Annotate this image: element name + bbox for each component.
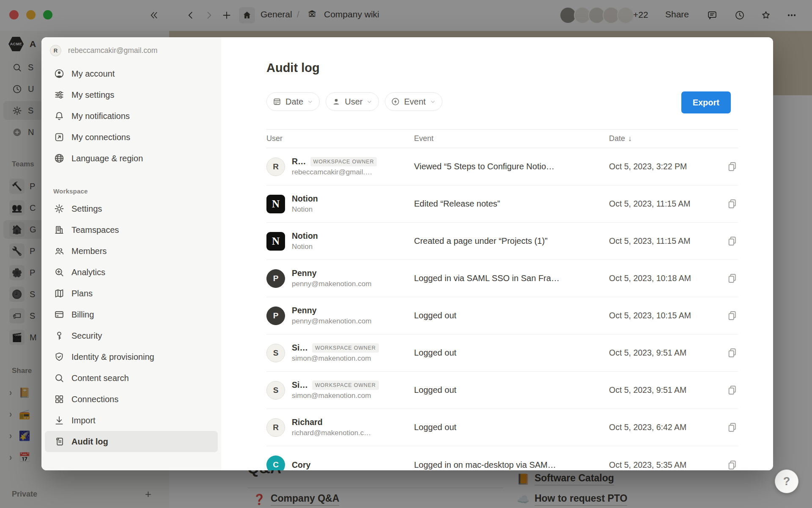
column-header-event: Event: [414, 134, 609, 143]
copy-icon[interactable]: [727, 347, 738, 359]
workspace-owner-badge: WORKSPACE OWNER: [312, 381, 379, 390]
nav-item-my-settings[interactable]: My settings: [45, 84, 218, 105]
filter-bar: Date User Event: [266, 92, 442, 111]
copy-icon[interactable]: [727, 422, 738, 433]
account-avatar: R: [50, 45, 61, 56]
sliders-icon: [53, 89, 65, 101]
chevron-down-icon: [366, 99, 373, 105]
chevron-down-icon: [430, 99, 436, 105]
audit-log-panel: Audit log Date User Event Ex: [221, 37, 773, 470]
members-people-icon: [53, 246, 65, 257]
workspace-section-label: Workspace: [53, 188, 221, 195]
nav-item-my-notifications[interactable]: My notifications: [45, 105, 218, 127]
event-filter[interactable]: Event: [385, 92, 442, 111]
building-icon: [53, 224, 65, 236]
nav-item-security[interactable]: Security: [45, 325, 218, 346]
nav-item-analytics[interactable]: Analytics: [45, 262, 218, 283]
notion-app-window: General / 🏚 Company wiki +22 Share ACME …: [0, 0, 812, 508]
nav-item-settings[interactable]: Settings: [45, 198, 218, 219]
nav-item-my-connections[interactable]: My connections: [45, 127, 218, 148]
user-icon: [332, 97, 341, 106]
magnifier-icon: [53, 373, 65, 384]
account-email-row: R rebeccamcakir@gmail.com: [50, 45, 221, 56]
notion-logo-avatar: N: [266, 232, 285, 251]
nav-item-members[interactable]: Members: [45, 240, 218, 262]
nav-item-my-account[interactable]: My account: [45, 63, 218, 84]
nav-item-teamspaces[interactable]: Teamspaces: [45, 219, 218, 240]
nav-item-audit-log[interactable]: Audit log: [45, 431, 218, 452]
column-header-user: User: [266, 134, 414, 143]
workspace-owner-badge: WORKSPACE OWNER: [310, 157, 377, 166]
table-row: S Si…WORKSPACE OWNER simon@makenotion.co…: [266, 334, 738, 372]
gear-icon: [53, 203, 65, 215]
person-circle-icon: [53, 68, 65, 80]
table-header-row: User Event Date ↓: [266, 129, 738, 148]
chevron-down-icon: [307, 99, 313, 105]
table-row: N Notion Notion Edited “Release notes” O…: [266, 185, 738, 223]
magnifier-plus-icon: [53, 267, 65, 278]
avatar: C: [266, 456, 285, 470]
user-filter[interactable]: User: [326, 92, 379, 111]
date-filter[interactable]: Date: [266, 92, 320, 111]
column-header-date[interactable]: Date ↓: [609, 134, 738, 143]
audit-log-table: User Event Date ↓ R R…WORKSPACE OWNER re…: [266, 129, 738, 470]
avatar: P: [266, 269, 285, 288]
sort-descending-icon: ↓: [628, 134, 632, 143]
settings-nav: R rebeccamcakir@gmail.com My account My …: [41, 37, 221, 470]
nav-item-content-search[interactable]: Content search: [45, 367, 218, 389]
calendar-icon: [272, 97, 282, 106]
map-icon: [53, 288, 65, 299]
arrow-up-right-box-icon: [53, 132, 65, 143]
grid-icon: [53, 394, 65, 405]
nav-item-identity-provisioning[interactable]: Identity & provisioning: [45, 346, 218, 367]
nav-item-billing[interactable]: Billing: [45, 304, 218, 325]
nav-item-plans[interactable]: Plans: [45, 283, 218, 304]
key-icon: [53, 330, 65, 342]
table-row: C Cory Logged in on mac-desktop via SAM……: [266, 446, 738, 470]
nav-item-import[interactable]: Import: [45, 410, 218, 431]
table-row: N Notion Notion Created a page under “Pr…: [266, 223, 738, 260]
account-email: rebeccamcakir@gmail.com: [68, 46, 157, 55]
avatar: S: [266, 381, 285, 400]
copy-icon[interactable]: [727, 235, 738, 247]
shield-check-icon: [53, 351, 65, 363]
avatar: S: [266, 344, 285, 362]
avatar: P: [266, 306, 285, 325]
table-row: P Penny penny@makenotion.com Logged out …: [266, 297, 738, 334]
copy-icon[interactable]: [727, 384, 738, 396]
import-arrow-down-icon: [53, 415, 65, 426]
copy-icon[interactable]: [727, 459, 738, 471]
table-row: R Richard richard@makenotion.c… Logged o…: [266, 409, 738, 446]
copy-icon[interactable]: [727, 310, 738, 321]
copy-icon[interactable]: [727, 198, 738, 210]
copy-icon[interactable]: [727, 161, 738, 172]
table-row: P Penny penny@makenotion.com Logged in v…: [266, 260, 738, 297]
table-row: S Si…WORKSPACE OWNER simon@makenotion.co…: [266, 372, 738, 409]
credit-card-icon: [53, 309, 65, 320]
bell-icon: [53, 110, 65, 122]
page-title: Audit log: [266, 61, 320, 75]
copy-icon[interactable]: [727, 273, 738, 284]
nav-item-language-region[interactable]: Language & region: [45, 148, 218, 169]
scroll-icon: [53, 436, 65, 447]
notion-logo-avatar: N: [266, 195, 285, 213]
globe-icon: [53, 153, 65, 164]
settings-modal: R rebeccamcakir@gmail.com My account My …: [41, 37, 773, 470]
lightning-circle-icon: [391, 97, 400, 106]
help-button[interactable]: ?: [775, 469, 798, 493]
table-row: R R…WORKSPACE OWNER rebeccamcakir@gmail.…: [266, 148, 738, 185]
nav-item-connections[interactable]: Connections: [45, 389, 218, 410]
avatar: R: [266, 418, 285, 437]
avatar: R: [266, 157, 285, 176]
workspace-owner-badge: WORKSPACE OWNER: [312, 343, 379, 353]
export-button[interactable]: Export: [681, 91, 731, 113]
